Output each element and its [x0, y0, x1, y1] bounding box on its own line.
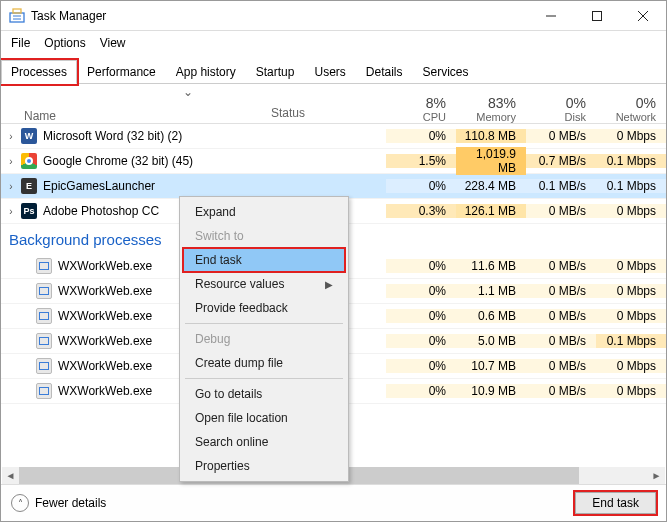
tab-services[interactable]: Services — [413, 60, 479, 84]
app-icon — [9, 8, 25, 24]
process-icon — [36, 358, 52, 374]
cell-memory: 1.1 MB — [456, 284, 526, 298]
scroll-right-icon[interactable]: ► — [648, 470, 665, 481]
column-cpu[interactable]: 8% CPU — [386, 95, 456, 123]
cell-memory: 1,019.9 MB — [456, 147, 526, 175]
svg-rect-1 — [13, 9, 21, 13]
table-row[interactable]: › WMicrosoft Word (32 bit) (2) 0% 110.8 … — [1, 124, 666, 149]
tab-performance[interactable]: Performance — [77, 60, 166, 84]
minimize-button[interactable] — [528, 1, 574, 31]
titlebar: Task Manager — [1, 1, 666, 31]
cell-disk: 0 MB/s — [526, 204, 596, 218]
process-name: WXWorkWeb.exe — [58, 359, 152, 373]
ctx-end-task[interactable]: End task — [183, 248, 345, 272]
column-name[interactable]: ⌄ Name — [21, 85, 271, 123]
cell-network: 0.1 Mbps — [596, 154, 666, 168]
cell-disk: 0 MB/s — [526, 384, 596, 398]
ctx-search-online[interactable]: Search online — [183, 430, 345, 454]
cell-cpu: 0% — [386, 384, 456, 398]
chevron-right-icon[interactable]: › — [1, 131, 21, 142]
cell-memory: 0.6 MB — [456, 309, 526, 323]
menubar: File Options View — [1, 33, 666, 53]
tab-users[interactable]: Users — [304, 60, 355, 84]
menu-options[interactable]: Options — [44, 36, 85, 50]
chevron-right-icon[interactable]: › — [1, 181, 21, 192]
column-disk[interactable]: 0% Disk — [526, 95, 596, 123]
ctx-resource-values[interactable]: Resource values▶ — [183, 272, 345, 296]
cell-cpu: 0% — [386, 284, 456, 298]
cell-network: 0 Mbps — [596, 384, 666, 398]
cell-network: 0 Mbps — [596, 309, 666, 323]
cell-network: 0.1 Mbps — [596, 179, 666, 193]
cell-disk: 0.7 MB/s — [526, 154, 596, 168]
photoshop-icon: Ps — [21, 203, 37, 219]
cell-network: 0 Mbps — [596, 259, 666, 273]
cell-disk: 0 MB/s — [526, 309, 596, 323]
fewer-details-button[interactable]: ˄ Fewer details — [11, 494, 106, 512]
cell-memory: 10.7 MB — [456, 359, 526, 373]
cell-memory: 126.1 MB — [456, 204, 526, 218]
column-network[interactable]: 0% Network — [596, 95, 666, 123]
chrome-icon — [21, 153, 37, 169]
cell-disk: 0 MB/s — [526, 359, 596, 373]
cell-cpu: 0% — [386, 359, 456, 373]
tab-bar: Processes Performance App history Startu… — [1, 59, 666, 84]
cell-network: 0 Mbps — [596, 129, 666, 143]
scroll-left-icon[interactable]: ◄ — [2, 470, 19, 481]
context-menu: Expand Switch to End task Resource value… — [179, 196, 349, 482]
cell-cpu: 0% — [386, 334, 456, 348]
cell-network: 0 Mbps — [596, 359, 666, 373]
ctx-properties[interactable]: Properties — [183, 454, 345, 478]
process-name: Microsoft Word (32 bit) (2) — [43, 129, 182, 143]
ctx-switch-to: Switch to — [183, 224, 345, 248]
footer: ˄ Fewer details End task — [1, 484, 666, 521]
submenu-arrow-icon: ▶ — [325, 279, 333, 290]
process-name: EpicGamesLauncher — [43, 179, 155, 193]
ctx-create-dump[interactable]: Create dump file — [183, 351, 345, 375]
sort-indicator-icon: ⌄ — [24, 85, 271, 109]
cell-cpu: 0% — [386, 259, 456, 273]
ctx-open-location[interactable]: Open file location — [183, 406, 345, 430]
cell-memory: 5.0 MB — [456, 334, 526, 348]
ctx-debug: Debug — [183, 327, 345, 351]
ctx-provide-feedback[interactable]: Provide feedback — [183, 296, 345, 320]
process-icon — [36, 283, 52, 299]
tab-details[interactable]: Details — [356, 60, 413, 84]
cell-network: 0.1 Mbps — [596, 334, 666, 348]
cell-cpu: 0% — [386, 309, 456, 323]
process-name: WXWorkWeb.exe — [58, 334, 152, 348]
cell-network: 0 Mbps — [596, 204, 666, 218]
tab-startup[interactable]: Startup — [246, 60, 305, 84]
tab-processes[interactable]: Processes — [1, 60, 77, 84]
ctx-expand[interactable]: Expand — [183, 200, 345, 224]
menu-file[interactable]: File — [11, 36, 30, 50]
maximize-button[interactable] — [574, 1, 620, 31]
separator — [185, 378, 343, 379]
column-memory[interactable]: 83% Memory — [456, 95, 526, 123]
cell-cpu: 0.3% — [386, 204, 456, 218]
chevron-right-icon[interactable]: › — [1, 156, 21, 167]
end-task-button[interactable]: End task — [575, 492, 656, 514]
word-icon: W — [21, 128, 37, 144]
ctx-go-details[interactable]: Go to details — [183, 382, 345, 406]
close-button[interactable] — [620, 1, 666, 31]
table-header: ⌄ Name Status 8% CPU 83% Memory 0% Disk … — [1, 84, 666, 124]
chevron-right-icon[interactable]: › — [1, 206, 21, 217]
cell-cpu: 0% — [386, 129, 456, 143]
tab-app-history[interactable]: App history — [166, 60, 246, 84]
process-name: Adobe Photoshop CC — [43, 204, 159, 218]
cell-cpu: 0% — [386, 179, 456, 193]
cell-disk: 0 MB/s — [526, 129, 596, 143]
cell-cpu: 1.5% — [386, 154, 456, 168]
cell-disk: 0 MB/s — [526, 334, 596, 348]
column-status[interactable]: Status — [271, 106, 386, 123]
window-title: Task Manager — [31, 9, 528, 23]
process-name: WXWorkWeb.exe — [58, 259, 152, 273]
chevron-up-icon: ˄ — [11, 494, 29, 512]
table-row[interactable]: › Google Chrome (32 bit) (45) 1.5% 1,019… — [1, 149, 666, 174]
cell-disk: 0 MB/s — [526, 284, 596, 298]
separator — [185, 323, 343, 324]
menu-view[interactable]: View — [100, 36, 126, 50]
cell-memory: 228.4 MB — [456, 179, 526, 193]
process-icon — [36, 308, 52, 324]
